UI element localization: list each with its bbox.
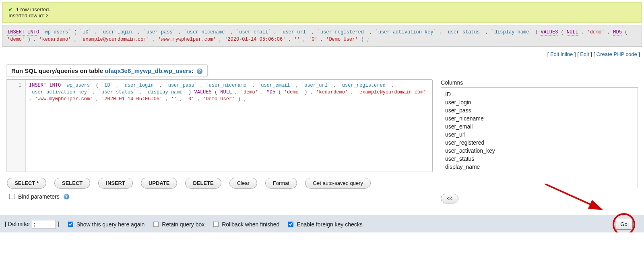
delimiter-input[interactable] bbox=[32, 220, 56, 228]
success-line2: Inserted row id: 2 bbox=[8, 12, 49, 19]
bind-parameters-label: Bind parameters bbox=[18, 193, 60, 200]
editor-gutter: 1 bbox=[6, 80, 26, 172]
editor-toolbar: SELECT * SELECT INSERT UPDATE DELETE Cle… bbox=[7, 178, 432, 189]
delete-button[interactable]: DELETE bbox=[185, 178, 221, 189]
executed-sql: INSERT INTO `wp_users` ( `ID` , `user_lo… bbox=[2, 25, 642, 47]
column-item[interactable]: user_url bbox=[445, 131, 634, 139]
move-left-button[interactable]: << bbox=[441, 194, 458, 203]
create-php-link[interactable]: Create PHP code bbox=[597, 51, 637, 57]
update-button[interactable]: UPDATE bbox=[141, 178, 177, 189]
column-item[interactable]: user_status bbox=[445, 155, 634, 163]
delimiter-label: Delimiter bbox=[8, 221, 30, 227]
rollback-checkbox[interactable] bbox=[213, 222, 219, 227]
success-message: ✔ 1 row inserted. Inserted row id: 2 bbox=[2, 2, 642, 23]
columns-listbox[interactable]: IDuser_loginuser_passuser_nicenameuser_e… bbox=[441, 87, 638, 188]
autosave-button[interactable]: Get auto-saved query bbox=[305, 178, 371, 189]
bottom-bar: [ Delimiter ] Show this query here again… bbox=[0, 216, 644, 232]
go-button[interactable]: Go bbox=[615, 219, 632, 230]
success-line1: 1 row inserted. bbox=[16, 6, 50, 12]
fk-checkbox[interactable] bbox=[288, 222, 294, 227]
insert-button[interactable]: INSERT bbox=[98, 178, 133, 189]
action-links: [ Edit inline ] [ Edit ] [ Create PHP co… bbox=[0, 49, 644, 61]
column-item[interactable]: user_pass bbox=[445, 106, 634, 114]
sql-tab-title: Run SQL query/queries on table ufaqx3e8_… bbox=[6, 64, 208, 77]
select-star-button[interactable]: SELECT * bbox=[7, 178, 46, 189]
help-icon[interactable]: ? bbox=[64, 194, 69, 199]
column-item[interactable]: user_login bbox=[445, 98, 634, 106]
select-button[interactable]: SELECT bbox=[54, 178, 90, 189]
show-again-label: Show this query here again bbox=[76, 221, 145, 228]
format-button[interactable]: Format bbox=[265, 178, 297, 189]
column-item[interactable]: user_activation_key bbox=[445, 147, 634, 155]
fk-label: Enable foreign key checks bbox=[297, 221, 362, 228]
column-item[interactable]: display_name bbox=[445, 163, 634, 171]
edit-inline-link[interactable]: Edit inline bbox=[550, 51, 573, 57]
retain-checkbox[interactable] bbox=[153, 222, 159, 227]
table-link[interactable]: ufaqx3e8_mywp_db.wp_users bbox=[105, 67, 192, 74]
sql-editor[interactable]: 1 INSERT INTO `wp_users` ( `ID` , `user_… bbox=[6, 79, 433, 172]
edit-link[interactable]: Edit bbox=[580, 51, 589, 57]
column-item[interactable]: ID bbox=[445, 90, 634, 98]
column-item[interactable]: user_email bbox=[445, 122, 634, 131]
retain-label: Retain query box bbox=[162, 221, 204, 228]
bind-parameters-checkbox[interactable] bbox=[9, 194, 15, 199]
rollback-label: Rollback when finished bbox=[222, 221, 279, 228]
check-icon: ✔ bbox=[8, 6, 13, 12]
column-item[interactable]: user_nicename bbox=[445, 114, 634, 122]
clear-button[interactable]: Clear bbox=[229, 178, 257, 189]
help-icon[interactable]: ? bbox=[197, 68, 202, 74]
column-item[interactable]: user_registered bbox=[445, 139, 634, 147]
columns-header: Columns bbox=[441, 79, 638, 86]
show-again-checkbox[interactable] bbox=[68, 222, 73, 227]
